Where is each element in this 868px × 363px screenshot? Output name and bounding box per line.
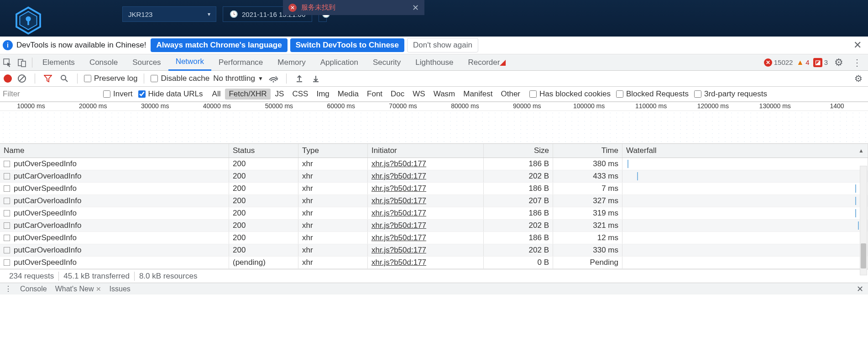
table-row[interactable]: putOverSpeedInfo200xhrxhr.js?b50d:177186…: [0, 207, 868, 220]
filter-type-manifest[interactable]: Manifest: [460, 89, 496, 100]
timeline-tick: 70000 ms: [372, 102, 434, 110]
table-row[interactable]: putCarOverloadInfo200xhrxhr.js?b50d:1772…: [0, 220, 868, 232]
col-header-waterfall[interactable]: Waterfall▲: [622, 144, 868, 158]
table-row[interactable]: putCarOverloadInfo200xhrxhr.js?b50d:1772…: [0, 244, 868, 257]
row-checkbox[interactable]: [4, 161, 10, 167]
row-checkbox[interactable]: [4, 173, 10, 179]
cell-initiator[interactable]: xhr.js?b50d:177: [371, 172, 426, 181]
row-checkbox[interactable]: [4, 198, 10, 204]
record-button[interactable]: [4, 74, 12, 83]
table-row[interactable]: putOverSpeedInfo200xhrxhr.js?b50d:177186…: [0, 158, 868, 170]
row-checkbox[interactable]: [4, 222, 10, 229]
table-row[interactable]: putOverSpeedInfo200xhrxhr.js?b50d:177186…: [0, 183, 868, 195]
close-icon[interactable]: ✕: [96, 285, 101, 293]
tab-lighthouse[interactable]: Lighthouse: [408, 54, 460, 71]
cell-initiator[interactable]: xhr.js?b50d:177: [371, 246, 426, 255]
tab-elements[interactable]: Elements: [35, 54, 82, 71]
timeline-ruler[interactable]: 10000 ms20000 ms30000 ms40000 ms50000 ms…: [0, 102, 868, 111]
filter-type-all[interactable]: All: [209, 89, 225, 100]
drawer-tab-issues[interactable]: Issues: [110, 285, 131, 293]
cell-initiator[interactable]: xhr.js?b50d:177: [371, 159, 426, 168]
device-toggle-icon[interactable]: [15, 55, 29, 70]
tab-recorder[interactable]: Recorder ◢: [461, 54, 513, 71]
filter-type-js[interactable]: JS: [272, 89, 288, 100]
table-row[interactable]: putCarOverloadInfo200xhrxhr.js?b50d:1772…: [0, 195, 868, 207]
hide-data-urls-checkbox[interactable]: Hide data URLs: [138, 89, 203, 99]
row-checkbox[interactable]: [4, 235, 10, 241]
drawer-tab-console[interactable]: Console: [20, 285, 47, 293]
blocked-requests-checkbox[interactable]: Blocked Requests: [616, 89, 689, 99]
table-row[interactable]: putOverSpeedInfo200xhrxhr.js?b50d:177186…: [0, 232, 868, 244]
filter-type-font[interactable]: Font: [363, 89, 386, 100]
filter-icon[interactable]: [42, 72, 54, 85]
col-header-size[interactable]: Size: [484, 144, 553, 158]
filter-type-ws[interactable]: WS: [409, 89, 429, 100]
tab-console[interactable]: Console: [82, 54, 125, 71]
network-conditions-icon[interactable]: [267, 72, 280, 85]
clear-button[interactable]: [16, 72, 28, 85]
blocked-cookies-checkbox[interactable]: Has blocked cookies: [529, 89, 611, 99]
cell-initiator[interactable]: xhr.js?b50d:177: [371, 258, 426, 267]
warning-count-badge[interactable]: ▲4: [796, 58, 809, 67]
toast-close-button[interactable]: ✕: [412, 3, 419, 13]
download-har-icon[interactable]: [309, 72, 322, 85]
drawer-menu-icon[interactable]: ⋮: [5, 284, 12, 293]
invert-checkbox[interactable]: Invert: [103, 89, 133, 99]
filter-input[interactable]: [2, 88, 98, 100]
error-count-badge[interactable]: ✕15022: [764, 58, 793, 67]
more-menu-icon[interactable]: ⋮: [850, 55, 864, 70]
search-icon[interactable]: [58, 72, 71, 85]
network-settings-icon[interactable]: ⚙: [852, 73, 864, 84]
issue-count-badge[interactable]: ◪3: [813, 58, 828, 67]
col-header-initiator[interactable]: Initiator: [368, 144, 484, 158]
tab-performance[interactable]: Performance: [211, 54, 270, 71]
tab-sources[interactable]: Sources: [125, 54, 168, 71]
col-header-time[interactable]: Time: [553, 144, 622, 158]
switch-language-button[interactable]: Switch DevTools to Chinese: [290, 38, 404, 52]
row-checkbox[interactable]: [4, 185, 10, 192]
cell-initiator[interactable]: xhr.js?b50d:177: [371, 221, 426, 230]
filter-type-other[interactable]: Other: [497, 89, 524, 100]
always-match-button[interactable]: Always match Chrome's language: [151, 38, 287, 52]
vehicle-select[interactable]: JKR123 ▾: [122, 6, 216, 22]
timeline-overview[interactable]: [0, 111, 868, 144]
filter-type-img[interactable]: Img: [313, 89, 333, 100]
tab-network[interactable]: Network: [168, 54, 211, 71]
disable-cache-checkbox[interactable]: Disable cache: [151, 74, 209, 83]
upload-har-icon[interactable]: [293, 72, 306, 85]
filter-type-wasm[interactable]: Wasm: [430, 89, 459, 100]
row-checkbox[interactable]: [4, 259, 10, 266]
row-checkbox[interactable]: [4, 210, 10, 216]
cell-initiator[interactable]: xhr.js?b50d:177: [371, 184, 426, 193]
tab-application[interactable]: Application: [313, 54, 366, 71]
drawer-close-icon[interactable]: ✕: [857, 284, 863, 294]
dont-show-again-button[interactable]: Don't show again: [407, 38, 478, 53]
table-row[interactable]: putCarOverloadInfo200xhrxhr.js?b50d:1772…: [0, 170, 868, 183]
row-checkbox[interactable]: [4, 247, 10, 253]
cell-initiator[interactable]: xhr.js?b50d:177: [371, 196, 426, 205]
third-party-checkbox[interactable]: 3rd-party requests: [694, 89, 767, 99]
preview-badge-icon: ◢: [500, 58, 506, 67]
cell-initiator[interactable]: xhr.js?b50d:177: [371, 233, 426, 242]
inspect-icon[interactable]: [0, 55, 15, 70]
filter-type-fetchxhr[interactable]: Fetch/XHR: [225, 89, 270, 100]
filter-type-doc[interactable]: Doc: [387, 89, 408, 100]
throttling-select[interactable]: No throttling▼: [213, 74, 263, 83]
settings-gear-icon[interactable]: ⚙: [831, 55, 846, 70]
drawer-tab-whatsnew[interactable]: What's New✕: [55, 285, 101, 293]
table-row[interactable]: putOverSpeedInfo(pending)xhrxhr.js?b50d:…: [0, 257, 868, 269]
cell-initiator[interactable]: xhr.js?b50d:177: [371, 209, 426, 218]
preserve-log-checkbox[interactable]: Preserve log: [84, 74, 137, 83]
filter-type-media[interactable]: Media: [334, 89, 362, 100]
filter-type-css[interactable]: CSS: [288, 89, 312, 100]
infobar-close-button[interactable]: ✕: [850, 39, 865, 51]
tab-security[interactable]: Security: [366, 54, 408, 71]
warning-triangle-icon: ▲: [796, 58, 804, 67]
col-header-name[interactable]: Name: [0, 144, 229, 158]
vertical-scrollbar[interactable]: [860, 166, 867, 275]
col-header-status[interactable]: Status: [229, 144, 298, 158]
cell-type: xhr: [302, 246, 313, 255]
tab-memory[interactable]: Memory: [270, 54, 313, 71]
col-header-type[interactable]: Type: [298, 144, 368, 158]
status-resources: 8.0 kB resources: [135, 272, 202, 281]
